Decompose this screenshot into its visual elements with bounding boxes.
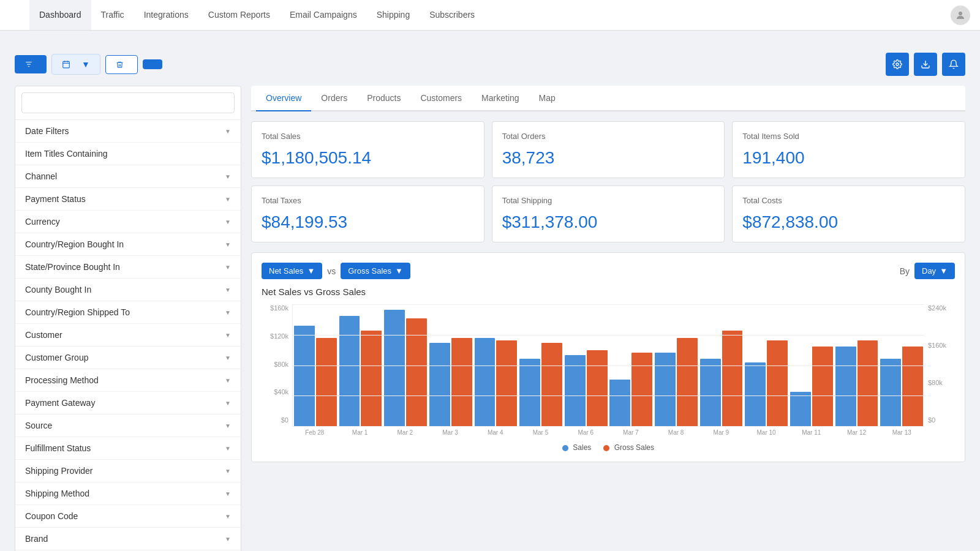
stat-card-2: Total Items Sold191,400 <box>732 121 965 178</box>
svg-point-5 <box>896 63 899 66</box>
stats-grid: Total Sales$1,180,505.14Total Orders38,7… <box>251 121 965 242</box>
bar-group <box>699 331 744 426</box>
tab-customers[interactable]: Customers <box>410 86 472 111</box>
gross-sales-legend-dot <box>603 445 609 451</box>
bar-gross <box>496 340 517 426</box>
chart-legend: Sales Gross Sales <box>262 443 955 452</box>
bar-sales <box>700 359 721 426</box>
day-button[interactable]: Day ▼ <box>914 263 955 279</box>
filter-item[interactable]: Currency▼ <box>15 211 241 233</box>
nav-tab-integrations[interactable]: Integrations <box>134 0 198 30</box>
filter-item[interactable]: Brand▼ <box>15 528 241 550</box>
filter-item[interactable]: Shipping Provider▼ <box>15 460 241 482</box>
tab-overview[interactable]: Overview <box>256 86 311 111</box>
bar-sales <box>384 310 405 426</box>
bar-sales <box>339 316 360 426</box>
sales-legend-dot <box>562 445 568 451</box>
bar-gross <box>587 350 608 426</box>
bar-gross <box>451 338 472 426</box>
bar-sales <box>475 338 496 426</box>
filter-item[interactable]: Item Titles Containing <box>15 143 241 165</box>
x-label: Mar 13 <box>879 429 924 436</box>
apply-button[interactable] <box>143 59 162 69</box>
filter-item[interactable]: Country/Region Bought In▼ <box>15 233 241 256</box>
bar-sales <box>565 355 586 426</box>
svg-rect-1 <box>63 61 70 68</box>
bar-sales <box>880 359 901 426</box>
filter-item[interactable]: Source▼ <box>15 414 241 437</box>
bar-sales <box>609 380 630 426</box>
nav-tab-shipping[interactable]: Shipping <box>367 0 420 30</box>
stat-card-1: Total Orders38,723 <box>492 121 725 178</box>
filter-item[interactable]: Date Filters▼ <box>15 120 241 143</box>
bar-group <box>879 347 924 426</box>
settings-button[interactable] <box>886 53 909 76</box>
chart-section: Net Sales ▼ vs Gross Sales ▼ By Day ▼ Ne… <box>251 252 965 462</box>
bar-gross <box>902 347 923 426</box>
bar-group <box>518 343 564 426</box>
bar-sales <box>429 343 450 426</box>
stat-card-5: Total Costs$872,838.00 <box>732 186 965 242</box>
bar-group <box>473 338 519 426</box>
chart-title: Net Sales vs Gross Sales <box>262 287 955 297</box>
gross-sales-button[interactable]: Gross Sales ▼ <box>341 263 410 279</box>
tab-map[interactable]: Map <box>529 86 565 111</box>
stat-card-3: Total Taxes$84,199.53 <box>251 186 484 242</box>
bar-gross <box>677 338 698 426</box>
bar-gross <box>858 340 878 426</box>
filter-item[interactable]: Customer Group▼ <box>15 347 241 369</box>
filter-item[interactable]: Processing Method▼ <box>15 369 241 392</box>
nav-tab-subscribers[interactable]: Subscribers <box>420 0 484 30</box>
toolbar-actions <box>886 53 965 76</box>
nav-tab-dashboard[interactable]: Dashboard <box>29 0 91 30</box>
nav-tab-traffic[interactable]: Traffic <box>91 0 134 30</box>
placed-button[interactable]: ▼ <box>51 54 100 75</box>
x-label: Mar 4 <box>473 429 518 436</box>
export-button[interactable] <box>914 53 937 76</box>
page-header <box>0 31 980 43</box>
calendar-icon <box>62 60 70 69</box>
toolbar: ▼ <box>0 53 980 86</box>
search-input[interactable] <box>21 92 235 113</box>
filter-item[interactable]: Coupon Code▼ <box>15 505 241 528</box>
nav-right <box>951 6 970 25</box>
filter-item[interactable]: Shipping Method▼ <box>15 482 241 505</box>
tab-products[interactable]: Products <box>357 86 410 111</box>
tab-orders[interactable]: Orders <box>311 86 357 111</box>
stat-card-4: Total Shipping$311,378.00 <box>492 186 725 242</box>
chart-toolbar: Net Sales ▼ vs Gross Sales ▼ By Day ▼ <box>262 263 955 279</box>
nav-tabs: Dashboard Traffic Integrations Custom Re… <box>29 0 484 30</box>
filter-item[interactable]: Payment Status▼ <box>15 188 241 211</box>
gear-icon <box>892 59 902 69</box>
filter-item[interactable]: Fulfillment Status▼ <box>15 437 241 460</box>
main-layout: Date Filters▼Item Titles ContainingChann… <box>0 86 980 551</box>
notification-button[interactable] <box>942 53 965 76</box>
filter-item[interactable]: Customer▼ <box>15 324 241 347</box>
bar-group <box>834 340 880 426</box>
svg-point-0 <box>959 12 962 15</box>
filter-item[interactable]: County Bought In▼ <box>15 279 241 301</box>
user-avatar[interactable] <box>951 6 970 25</box>
filter-item[interactable]: Country/Region Shipped To▼ <box>15 301 241 324</box>
filter-list: Date Filters▼Item Titles ContainingChann… <box>15 120 241 551</box>
bar-gross <box>631 353 652 426</box>
filter-item[interactable]: Channel▼ <box>15 165 241 188</box>
filters-button[interactable] <box>15 55 47 73</box>
download-icon <box>921 59 930 69</box>
nav-tab-custom-reports[interactable]: Custom Reports <box>198 0 280 30</box>
bar-sales <box>655 353 676 426</box>
filter-item[interactable]: Payment Gateway▼ <box>15 392 241 414</box>
bar-sales <box>519 359 540 426</box>
date-dropdown-icon: ▼ <box>81 59 90 69</box>
net-sales-button[interactable]: Net Sales ▼ <box>262 263 322 279</box>
x-label: Mar 7 <box>608 429 654 436</box>
chart-container: $160k $120k $80k $40k $0 $240k $160k $80… <box>262 304 955 438</box>
main-content: Overview Orders Products Customers Marke… <box>251 86 965 551</box>
tab-marketing[interactable]: Marketing <box>472 86 529 111</box>
bar-sales <box>745 362 766 426</box>
nav-tab-email-campaigns[interactable]: Email Campaigns <box>280 0 367 30</box>
clear-all-button[interactable] <box>105 55 138 74</box>
y-axis-left: $160k $120k $80k $40k $0 <box>262 304 292 424</box>
filter-item[interactable]: State/Province Bought In▼ <box>15 256 241 279</box>
by-label: By <box>900 266 910 276</box>
